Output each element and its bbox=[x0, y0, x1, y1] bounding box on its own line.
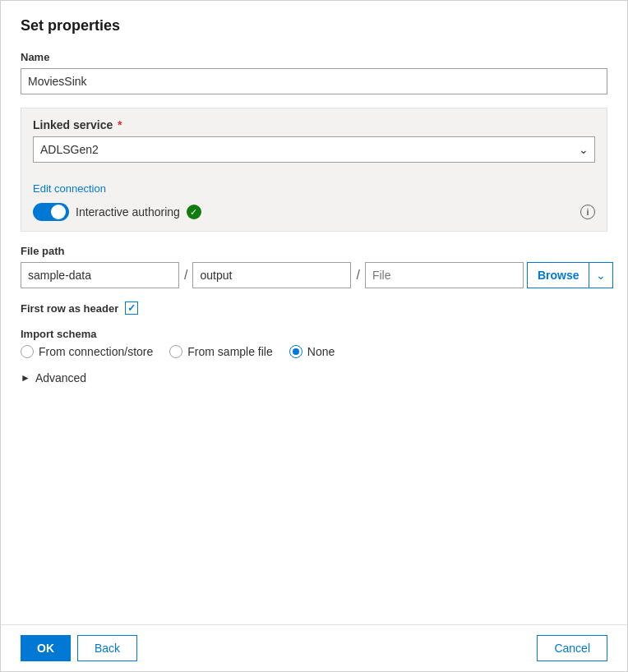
file-path-label: File path bbox=[21, 245, 607, 257]
chevron-down-icon: ⌄ bbox=[596, 269, 606, 282]
first-row-header-row: First row as header ✓ bbox=[21, 301, 607, 315]
radio-none-outer bbox=[289, 345, 302, 358]
panel-footer: OK Back Cancel bbox=[1, 624, 627, 671]
radio-none-option[interactable]: None bbox=[289, 345, 335, 358]
radio-sample-file-outer bbox=[169, 345, 182, 358]
info-icon[interactable]: i bbox=[580, 205, 595, 219]
linked-service-select[interactable]: ADLSGen2 bbox=[33, 136, 595, 163]
first-row-header-label: First row as header bbox=[21, 302, 118, 315]
import-schema-options: From connection/store From sample file N… bbox=[21, 345, 607, 358]
advanced-section[interactable]: ► Advanced bbox=[21, 371, 607, 384]
radio-connection-option[interactable]: From connection/store bbox=[21, 345, 153, 358]
browse-button-wrapper: Browse ⌄ bbox=[527, 262, 614, 288]
import-schema-group: Import schema From connection/store From… bbox=[21, 328, 607, 358]
radio-sample-file-option[interactable]: From sample file bbox=[169, 345, 272, 358]
interactive-authoring-label: Interactive authoring bbox=[76, 205, 180, 219]
path-separator-1: / bbox=[182, 268, 189, 283]
file-path-field-group: File path / / Browse ⌄ bbox=[21, 245, 607, 288]
file-path-folder-input[interactable] bbox=[21, 262, 179, 288]
name-label: Name bbox=[21, 51, 607, 63]
required-indicator: * bbox=[118, 118, 122, 131]
panel-content: Set properties Name Linked service * ADL… bbox=[1, 1, 627, 624]
interactive-authoring-toggle[interactable] bbox=[33, 203, 69, 221]
radio-connection-label: From connection/store bbox=[39, 345, 153, 358]
radio-none-inner bbox=[293, 348, 299, 355]
linked-service-select-wrapper: ADLSGen2 ⌄ bbox=[33, 136, 595, 163]
cancel-button[interactable]: Cancel bbox=[537, 635, 607, 661]
toggle-slider bbox=[33, 203, 69, 221]
checkmark-icon: ✓ bbox=[127, 302, 136, 314]
import-schema-label: Import schema bbox=[21, 328, 607, 340]
file-path-row: / / Browse ⌄ bbox=[21, 262, 607, 288]
file-path-file-input[interactable] bbox=[365, 262, 524, 288]
name-input[interactable] bbox=[21, 68, 607, 94]
ok-button[interactable]: OK bbox=[21, 635, 71, 661]
back-button[interactable]: Back bbox=[77, 635, 137, 661]
chevron-right-icon: ► bbox=[21, 372, 30, 384]
panel-title: Set properties bbox=[21, 17, 607, 35]
first-row-header-checkbox[interactable]: ✓ bbox=[125, 301, 138, 315]
radio-connection-outer bbox=[21, 345, 34, 358]
browse-chevron-button[interactable]: ⌄ bbox=[589, 263, 612, 288]
linked-service-box: Linked service * ADLSGen2 ⌄ Edit connect… bbox=[21, 108, 607, 232]
interactive-authoring-row: Interactive authoring ✓ i bbox=[33, 203, 595, 221]
linked-service-label: Linked service * bbox=[33, 118, 595, 131]
advanced-label: Advanced bbox=[35, 371, 86, 384]
name-field-group: Name bbox=[21, 51, 607, 94]
linked-service-field-group: Linked service * ADLSGen2 ⌄ bbox=[33, 118, 595, 163]
edit-connection-link[interactable]: Edit connection bbox=[33, 182, 106, 195]
path-separator-2: / bbox=[354, 268, 361, 283]
file-path-subfolder-input[interactable] bbox=[192, 262, 351, 288]
check-circle-icon: ✓ bbox=[187, 205, 201, 219]
radio-sample-file-label: From sample file bbox=[187, 345, 272, 358]
set-properties-panel: Set properties Name Linked service * ADL… bbox=[0, 0, 628, 672]
browse-button[interactable]: Browse bbox=[528, 263, 589, 288]
radio-none-label: None bbox=[307, 345, 335, 358]
